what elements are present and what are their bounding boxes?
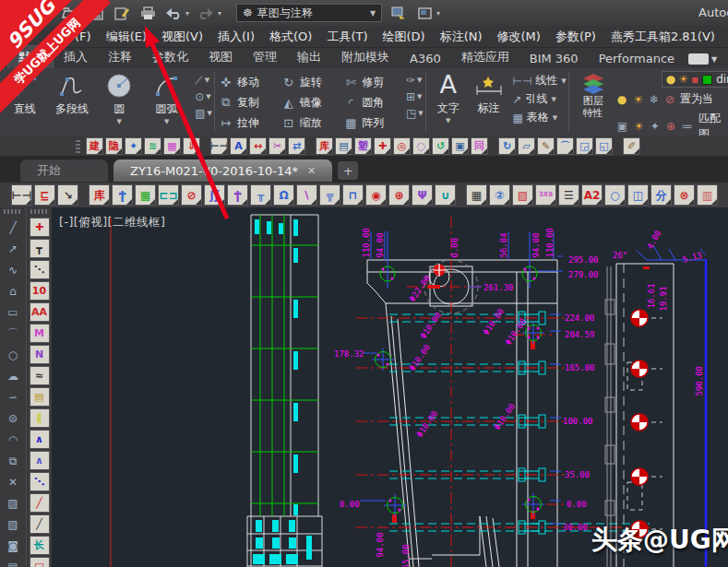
ribbon-tab-10[interactable]: BIM 360 <box>519 49 589 68</box>
diag-pair-icon[interactable]: ⋱ <box>30 260 50 279</box>
ribbon-tab-4[interactable]: 视图 <box>198 46 243 68</box>
n-poly-icon[interactable]: N <box>30 345 50 364</box>
ribbon-tab-2[interactable]: 注释 <box>98 46 142 68</box>
tool-text[interactable]: A 文字 ▼ <box>432 71 465 136</box>
menu-item-4[interactable]: 格式(O) <box>269 29 312 45</box>
mold-library-icon[interactable]: 库 <box>89 184 110 206</box>
zoom-blue-icon[interactable]: ○ <box>604 184 626 206</box>
no-sign-icon[interactable]: ⊘ <box>181 184 202 206</box>
ring-icon[interactable]: Ω <box>273 184 294 206</box>
rotate-ccw-icon[interactable]: ↺ <box>432 137 449 155</box>
ribbon-tab-more[interactable]: ▼ <box>688 53 717 68</box>
layer-state-icon-1[interactable]: ☀ <box>678 73 688 86</box>
layer-tool2-icon-2[interactable]: ✦ <box>650 120 660 133</box>
pencil-2-icon[interactable]: ✐ <box>623 137 640 155</box>
drawing-canvas[interactable]: 110.0094.000.0056.0494.00110.00295.00279… <box>52 207 728 567</box>
bom-table-icon[interactable]: ▦ <box>466 184 487 206</box>
modify-mini-tool-2[interactable]: ◳▼ <box>406 107 424 120</box>
same-icon[interactable]: 同 <box>471 137 488 155</box>
menu-item-9[interactable]: 参数(P) <box>555 29 596 45</box>
layer-tool1-icon-2[interactable]: ❄ <box>650 93 659 106</box>
tool-arc[interactable]: 圆弧 ▼ <box>148 72 185 136</box>
tool-表格[interactable]: ▦表格▼ <box>512 110 566 125</box>
open-icon[interactable] <box>61 5 79 21</box>
screen-icon[interactable]: ▣ <box>451 137 469 155</box>
a2-sheet-icon[interactable]: A2 <box>581 184 603 206</box>
aa-align-icon[interactable]: AA <box>30 302 50 322</box>
hatch-y-icon[interactable]: ▤ <box>30 387 50 407</box>
draw-mini-tool-2[interactable]: ▨▼ <box>195 107 212 120</box>
dim-linear-icon[interactable]: ⊢⊣ <box>11 184 32 206</box>
wave-icon[interactable]: ≈ <box>30 366 50 385</box>
revcloud-icon[interactable]: ☁ <box>3 366 23 385</box>
workspace-dropdown[interactable]: ☸ 草图与注释 ▼ <box>236 4 382 22</box>
chang-icon[interactable]: 长 <box>30 536 50 555</box>
support-icon[interactable]: ╦ <box>319 184 340 206</box>
layer-tool2-icon-4[interactable]: ≔ <box>682 120 693 133</box>
dim-tool-icon[interactable]: ⊢⊣ <box>210 137 228 155</box>
qat-more-icon[interactable]: ▾ <box>436 9 440 18</box>
redo-dropdown-icon[interactable]: ▾ <box>218 9 221 18</box>
grid-red-icon[interactable]: ▥ <box>697 184 718 206</box>
rectangle-icon[interactable]: ▭ <box>3 302 23 322</box>
grid-tool-icon[interactable]: ▤ <box>335 137 352 155</box>
datum-icon[interactable]: ┳ <box>30 239 50 258</box>
set-current-label[interactable]: 置为当 <box>680 91 713 107</box>
tool-移动[interactable]: ✜移动 <box>219 72 280 92</box>
toolbar-grip[interactable] <box>4 209 22 214</box>
tool-拉伸[interactable]: ↦拉伸 <box>219 112 280 133</box>
tool-缩放[interactable]: ⊡缩放 <box>281 112 342 133</box>
close-icon[interactable]: ✕ <box>307 165 316 177</box>
plastic-icon[interactable]: 塑 <box>354 137 372 155</box>
toolbar-grip[interactable] <box>30 209 48 214</box>
modify-mini-tool-0[interactable]: ✑▼ <box>406 74 424 87</box>
layers-wave-icon[interactable]: ≋ <box>144 137 161 155</box>
tool-镜像[interactable]: ◭镜像 <box>281 92 342 112</box>
line-icon[interactable]: ╱ <box>3 218 23 237</box>
m-curve-icon[interactable]: M <box>30 324 50 343</box>
match-layer-label[interactable]: 匹配图 <box>698 111 728 136</box>
undo-icon[interactable] <box>164 5 183 21</box>
tab-drawing-active[interactable]: ZY16-M021-V0-2016-10-14* ✕ <box>113 159 332 182</box>
tool-旋转[interactable]: ↻旋转 <box>281 72 342 92</box>
ribbon-tab-8[interactable]: A360 <box>400 49 451 68</box>
layer-tool1-icon-1[interactable]: ☀ <box>633 93 643 106</box>
u-fitting-icon[interactable]: ∪ <box>435 184 456 206</box>
3x8-icon[interactable]: 3X8 <box>535 184 556 206</box>
toolbar-grip[interactable] <box>76 138 80 152</box>
tool-引线[interactable]: ↗引线▼ <box>512 91 566 107</box>
window-icon[interactable] <box>415 5 434 21</box>
layer-state-icon-2[interactable]: ▪ <box>691 73 698 86</box>
ribbon-tab-6[interactable]: 输出 <box>287 46 331 68</box>
rotate-cw-icon[interactable]: ↻ <box>498 137 516 155</box>
pencil-icon[interactable]: ✎ <box>537 137 555 155</box>
tool-复制[interactable]: ⧉复制 <box>219 92 280 112</box>
tool-线性[interactable]: ⊢⊣线性▼ <box>512 73 566 89</box>
tool-阵列[interactable]: ▦阵列 <box>343 112 404 133</box>
disc-icon[interactable]: ◉ <box>365 184 387 206</box>
swap-icon[interactable]: ⇄ <box>288 137 305 155</box>
corner-red-icon[interactable]: ◱ <box>30 557 50 567</box>
table-icon[interactable]: ▤ <box>3 557 23 567</box>
ribbon-tab-9[interactable]: 精选应用 <box>451 46 519 68</box>
tool-圆角[interactable]: ◜圆角 <box>343 92 404 112</box>
parallelogram-icon[interactable]: ▱ <box>518 137 535 155</box>
cross-red-icon[interactable]: ✚ <box>374 137 391 155</box>
tool-修剪[interactable]: ✄修剪 <box>343 72 404 92</box>
diag-black-icon[interactable]: ╱ <box>30 514 50 534</box>
dim-red-icon[interactable]: ↔ <box>249 137 267 155</box>
no-hatch-icon[interactable]: ⊗ <box>674 184 695 206</box>
gradient-icon[interactable]: ▧ <box>3 514 23 534</box>
xline-icon[interactable]: ↗ <box>3 239 23 258</box>
zoom-2-icon[interactable]: ② <box>489 184 510 206</box>
menu-item-5[interactable]: 工具(T) <box>327 29 367 45</box>
circle-icon[interactable]: ○ <box>3 345 23 364</box>
layer-tool2-icon-3[interactable]: ⊕ <box>666 120 675 133</box>
hatch-icon[interactable]: ▨ <box>3 493 23 513</box>
ejector-pin-icon[interactable]: Ϯ <box>112 184 133 206</box>
tool-dimension[interactable]: 标注 <box>472 71 506 136</box>
list-icon[interactable]: ☰ <box>558 184 579 206</box>
spark-icon[interactable]: ✦ <box>125 137 142 155</box>
leader-arrow-icon[interactable]: ↘ <box>57 184 78 206</box>
tool-line[interactable]: 直线 <box>6 72 43 136</box>
